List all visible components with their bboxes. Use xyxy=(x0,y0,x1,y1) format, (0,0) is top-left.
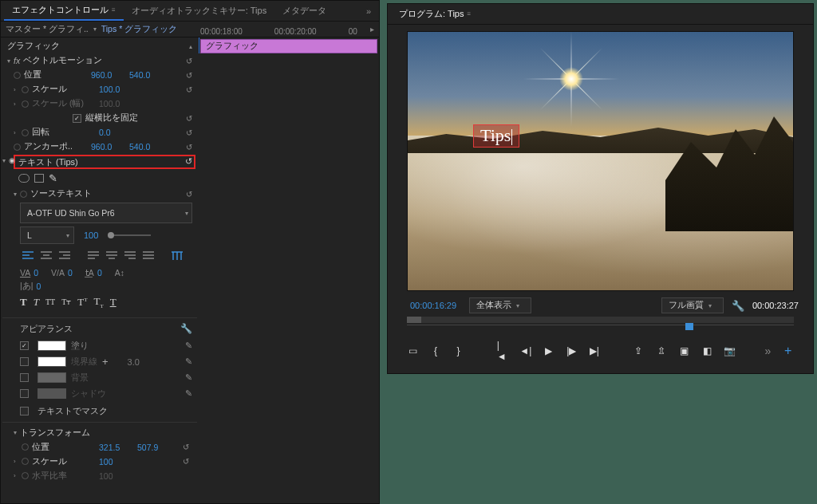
go-in-icon[interactable]: |◄ xyxy=(497,344,509,358)
tracking-value[interactable]: 0 xyxy=(34,268,38,278)
compare-icon[interactable]: ◧ xyxy=(701,344,713,358)
tsume-field[interactable]: |あ| 0 xyxy=(20,281,41,292)
align-left-icon[interactable] xyxy=(20,249,36,263)
stopwatch-icon[interactable] xyxy=(22,443,29,451)
scale-row[interactable]: ›スケール100.0↺ xyxy=(9,82,197,96)
add-stroke-icon[interactable]: + xyxy=(102,356,109,368)
tab-metadata[interactable]: メタデータ xyxy=(274,2,334,20)
reset-icon[interactable]: ↺ xyxy=(185,156,192,167)
faux-bold-icon[interactable]: T xyxy=(20,296,27,309)
leading-field[interactable]: t͟A 0 xyxy=(85,268,102,278)
faux-italic-icon[interactable]: T xyxy=(34,296,39,309)
stroke-checkbox[interactable] xyxy=(20,357,29,366)
kerning-value[interactable]: 0 xyxy=(68,268,73,278)
program-video-frame[interactable]: Tips xyxy=(407,31,794,291)
sequence-clip-name[interactable]: Tips * グラフィック xyxy=(97,24,182,35)
expand-icon[interactable]: ▾ xyxy=(2,157,6,164)
pen-mask-icon[interactable]: ✎ xyxy=(49,172,57,184)
text-layer-row[interactable]: テキスト (Tips) xyxy=(14,155,195,169)
play-icon[interactable]: ▶ xyxy=(543,344,555,358)
text-mask-checkbox[interactable] xyxy=(20,407,29,415)
t-position-x[interactable]: 321.5 xyxy=(99,443,131,452)
expand-icon[interactable]: ▾ xyxy=(14,191,20,198)
font-family-select[interactable]: A-OTF UD Shin Go Pr6▾ xyxy=(20,203,192,223)
stroke-row[interactable]: 境界線+3.0✎ xyxy=(20,354,192,370)
underline-icon[interactable]: T xyxy=(110,296,116,309)
stroke-width-value[interactable]: 3.0 xyxy=(128,357,140,367)
t-scale-value[interactable]: 100 xyxy=(99,457,131,467)
eyedropper-icon[interactable]: ✎ xyxy=(185,372,192,383)
graphics-root-row[interactable]: グラフィック▴ xyxy=(2,39,197,53)
stroke-swatch[interactable] xyxy=(37,356,66,367)
reset-icon[interactable]: ↺ xyxy=(186,85,192,94)
text-mask-row[interactable]: テキストでマスク xyxy=(20,405,192,417)
reset-icon[interactable]: ↺ xyxy=(186,114,192,123)
vector-motion-row[interactable]: ▾fxベクトルモーション↺ xyxy=(2,53,197,68)
eyedropper-icon[interactable]: ✎ xyxy=(185,356,192,367)
rect-mask-icon[interactable] xyxy=(34,174,44,183)
font-size-slider[interactable] xyxy=(108,234,151,236)
stopwatch-icon[interactable] xyxy=(14,144,21,151)
uniform-scale-row[interactable]: 縦横比を固定↺ xyxy=(9,111,197,125)
collapse-icon[interactable]: ▴ xyxy=(189,43,192,50)
step-back-icon[interactable]: ◄| xyxy=(519,344,531,358)
step-fwd-icon[interactable]: |▶ xyxy=(566,344,578,358)
panel-menu-icon[interactable]: ≡ xyxy=(468,10,472,18)
t-position-y[interactable]: 507.9 xyxy=(137,443,169,452)
position-x-value[interactable]: 960.0 xyxy=(91,70,123,80)
background-row[interactable]: 背景✎ xyxy=(20,370,192,386)
reset-icon[interactable]: ↺ xyxy=(186,71,192,80)
align-center-icon[interactable] xyxy=(38,249,54,263)
mini-time-ruler[interactable]: 00:00:18:00 00:00:20:00 00 xyxy=(200,23,389,39)
stopwatch-icon[interactable] xyxy=(20,191,27,198)
eyedropper-icon[interactable]: ✎ xyxy=(185,388,192,399)
justify-left-icon[interactable] xyxy=(85,249,101,263)
master-clip-name[interactable]: マスター * グラフィ.. xyxy=(1,24,93,35)
fill-swatch[interactable] xyxy=(37,341,66,351)
superscript-icon[interactable]: TT xyxy=(77,296,87,309)
subscript-icon[interactable]: TT xyxy=(93,295,103,309)
reset-icon[interactable]: ↺ xyxy=(186,143,192,152)
justify-all-icon[interactable] xyxy=(140,249,156,263)
stopwatch-icon[interactable] xyxy=(22,129,29,136)
valign-top-icon[interactable] xyxy=(169,249,185,263)
justify-center-icon[interactable] xyxy=(104,249,120,263)
visibility-eye-icon[interactable]: ◉ xyxy=(9,156,18,166)
add-marker-icon[interactable]: ▭ xyxy=(407,344,419,358)
background-checkbox[interactable] xyxy=(20,373,29,382)
background-swatch[interactable] xyxy=(37,372,66,383)
expand-icon[interactable]: › xyxy=(14,129,20,136)
stopwatch-icon[interactable] xyxy=(22,86,29,93)
snapshot-icon[interactable]: 📷 xyxy=(724,344,736,358)
font-style-select[interactable]: L▾ xyxy=(20,226,74,244)
zoom-select[interactable]: 全体表示▾ xyxy=(469,297,531,313)
mini-playhead[interactable] xyxy=(199,37,199,53)
smallcaps-icon[interactable]: Tᴛ xyxy=(61,297,71,306)
eyedropper-icon[interactable]: ✎ xyxy=(185,341,192,351)
mark-in-icon[interactable]: { xyxy=(430,344,442,358)
button-overflow-icon[interactable]: » xyxy=(765,345,772,357)
mark-out-icon[interactable]: } xyxy=(452,344,464,358)
stopwatch-icon[interactable] xyxy=(22,458,29,465)
anchor-y-value[interactable]: 540.0 xyxy=(129,142,161,152)
wrench-icon[interactable]: 🔧 xyxy=(180,323,192,334)
font-size-value[interactable]: 100 xyxy=(84,230,98,240)
shadow-swatch[interactable] xyxy=(37,388,66,399)
text-overlay-box[interactable]: Tips xyxy=(473,124,519,148)
button-editor-icon[interactable]: + xyxy=(782,344,794,358)
reset-icon[interactable]: ↺ xyxy=(186,57,192,65)
justify-right-icon[interactable] xyxy=(122,249,138,263)
timecode-out[interactable]: 00:00:23:27 xyxy=(752,301,799,310)
shadow-row[interactable]: シャドウ✎ xyxy=(20,386,192,402)
expand-icon[interactable]: › xyxy=(14,86,20,93)
position-row[interactable]: 位置960.0540.0↺ xyxy=(9,68,197,82)
t-position-row[interactable]: 位置321.5507.9↺ xyxy=(9,440,194,455)
lift-icon[interactable]: ⇪ xyxy=(633,344,645,358)
allcaps-icon[interactable]: TT xyxy=(45,297,55,306)
fill-checkbox[interactable] xyxy=(20,341,29,350)
ellipse-mask-icon[interactable] xyxy=(18,174,30,183)
shadow-checkbox[interactable] xyxy=(20,389,29,398)
clip-duration-bar[interactable]: グラフィック xyxy=(200,39,377,53)
reset-icon[interactable]: ↺ xyxy=(183,457,189,466)
fx-badge-icon[interactable]: fx xyxy=(14,56,20,65)
